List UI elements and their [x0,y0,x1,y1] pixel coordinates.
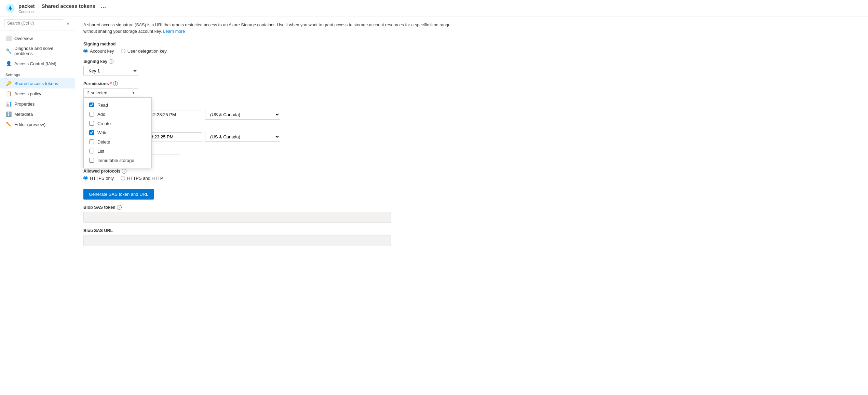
header-subtitle: Container [18,10,106,14]
permissions-section: Permissions * i 2 selected ▾ Read Add [83,81,860,97]
perm-immutable-label: Immutable storage [97,158,134,163]
perm-read-checkbox[interactable] [89,103,94,107]
start-datetime-row: 📅 12:23:25 PM (US & Canada) UTC ▾ [83,110,860,120]
allowed-protocols-info-icon[interactable]: i [122,169,126,174]
sidebar-item-properties[interactable]: 📊 Properties [0,99,75,109]
sidebar-item-props-label: Properties [14,101,35,107]
perm-add-label: Add [97,112,105,117]
perm-delete-label: Delete [97,139,110,145]
ellipsis-menu-button[interactable]: ... [101,2,106,10]
page-title: Shared access tokens [41,3,95,9]
sidebar-item-overview[interactable]: ⬜ Overview [0,33,75,43]
perm-add-checkbox[interactable] [89,112,94,117]
account-key-radio[interactable] [83,49,88,53]
shared-access-tokens-icon: 🔑 [5,81,12,86]
blob-sas-url-section: Blob SAS URL [83,228,860,246]
start-label: Start i [83,103,860,108]
container-name: packet [18,3,35,9]
metadata-icon: ℹ️ [5,111,12,117]
permissions-selected-text: 2 selected [87,90,107,95]
expiry-section: Expiry 📅 8:23:25 PM (US & Canada) UTC [83,125,860,142]
perm-create-checkbox[interactable] [89,121,94,126]
perm-item-list[interactable]: List [84,147,151,156]
perm-delete-checkbox[interactable] [89,139,94,144]
perm-item-create[interactable]: Create [84,119,151,128]
permissions-required: * [110,81,112,86]
sidebar-collapse-button[interactable]: « [65,19,71,27]
perm-item-read[interactable]: Read [84,100,151,110]
title-separator: | [38,3,39,9]
perm-item-add[interactable]: Add [84,110,151,119]
expiry-datetime-row: 📅 8:23:25 PM (US & Canada) UTC [83,132,860,142]
properties-icon: 📊 [5,101,12,107]
learn-more-link[interactable]: Learn more [163,29,185,34]
blob-sas-token-section: Blob SAS token i [83,205,860,223]
start-timezone-select[interactable]: (US & Canada) UTC [205,110,280,120]
blob-sas-token-info-icon[interactable]: i [117,205,122,210]
user-delegation-key-radio[interactable] [121,49,125,53]
allowed-ip-section: Allowed IP addresses i [83,147,860,163]
expiry-time-input[interactable]: 8:23:25 PM [148,132,202,141]
sidebar: « ⬜ Overview 🔧 Diagnose and solve proble… [0,16,75,395]
perm-item-delete[interactable]: Delete [84,137,151,147]
blob-sas-token-label: Blob SAS token i [83,205,860,210]
generate-sas-button[interactable]: Generate SAS token and URL [83,189,154,200]
account-key-radio-option[interactable]: Account key [83,49,114,54]
https-only-radio[interactable] [83,176,88,180]
https-only-label: HTTPS only [90,176,114,181]
allowed-ip-label: Allowed IP addresses i [83,147,860,152]
permissions-container: 2 selected ▾ Read Add Create [83,88,860,97]
sidebar-item-sat-label: Shared access tokens [14,81,58,86]
expiry-label: Expiry [83,125,860,130]
sidebar-item-shared-access-tokens[interactable]: 🔑 Shared access tokens [0,78,75,88]
sidebar-item-metadata[interactable]: ℹ️ Metadata [0,109,75,119]
main-layout: « ⬜ Overview 🔧 Diagnose and solve proble… [0,16,868,395]
perm-write-checkbox[interactable] [89,130,94,135]
sidebar-item-meta-label: Metadata [14,112,33,117]
sidebar-item-access-policy[interactable]: 📋 Access policy [0,88,75,99]
sidebar-item-ap-label: Access policy [14,91,41,96]
perm-read-label: Read [97,103,108,108]
sidebar-item-diagnose[interactable]: 🔧 Diagnose and solve problems [0,43,75,58]
expiry-timezone-select[interactable]: (US & Canada) UTC [205,132,280,142]
allowed-protocols-section: Allowed protocols i HTTPS only HTTPS and… [83,169,860,181]
perm-write-label: Write [97,130,108,135]
start-time-input[interactable]: 12:23:25 PM [148,110,202,119]
user-delegation-key-radio-option[interactable]: User delegation key [121,49,167,54]
sidebar-nav: ⬜ Overview 🔧 Diagnose and solve problems… [0,30,75,132]
signing-method-radio-group: Account key User delegation key [83,49,860,54]
sidebar-item-editor-label: Editor (preview) [14,122,45,127]
perm-item-write[interactable]: Write [84,128,151,137]
blob-sas-url-field [83,235,391,246]
perm-item-immutable[interactable]: Immutable storage [84,156,151,165]
perm-immutable-checkbox[interactable] [89,158,94,163]
sidebar-item-diagnose-label: Diagnose and solve problems [14,46,69,56]
signing-key-info-icon[interactable]: i [109,59,113,64]
https-http-radio-option[interactable]: HTTPS and HTTP [121,176,163,181]
blob-sas-token-field [83,212,391,223]
sidebar-item-iam-label: Access Control (IAM) [14,61,56,66]
user-delegation-key-label: User delegation key [127,49,167,54]
perm-create-label: Create [97,121,111,126]
permissions-label: Permissions * i [83,81,860,86]
diagnose-icon: 🔧 [5,48,12,54]
permissions-dropdown: Read Add Create Write [83,97,152,168]
signing-key-section: Signing key i Key 1 Key 2 [83,59,860,76]
https-http-radio[interactable] [121,176,125,180]
azure-logo [5,3,15,13]
sidebar-item-editor[interactable]: ✏️ Editor (preview) [0,119,75,130]
settings-section-label: Settings [0,69,75,78]
perm-list-checkbox[interactable] [89,149,94,153]
permissions-dropdown-trigger[interactable]: 2 selected ▾ [83,88,138,97]
editor-icon: ✏️ [5,122,12,127]
https-only-radio-option[interactable]: HTTPS only [83,176,114,181]
sidebar-item-iam[interactable]: 👤 Access Control (IAM) [0,58,75,69]
description-content: A shared access signature (SAS) is a URI… [83,23,450,34]
permissions-info-icon[interactable]: i [113,81,118,86]
search-input[interactable] [4,19,63,27]
protocols-radio-group: HTTPS only HTTPS and HTTP [83,176,860,181]
access-policy-icon: 📋 [5,91,12,96]
signing-key-select[interactable]: Key 1 Key 2 [83,66,138,76]
https-http-label: HTTPS and HTTP [127,176,163,181]
signing-method-label: Signing method [83,42,860,46]
